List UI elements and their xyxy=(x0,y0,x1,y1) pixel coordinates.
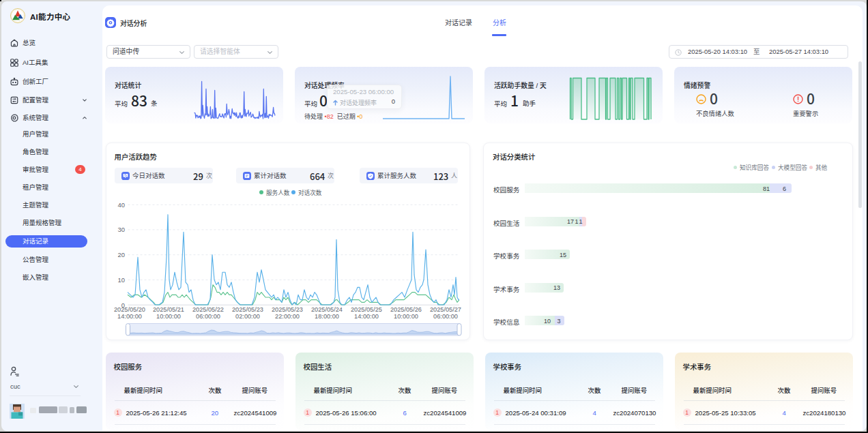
svg-text:02:00:00: 02:00:00 xyxy=(235,313,260,320)
svg-text:40: 40 xyxy=(118,201,125,209)
svg-text:14:00:00: 14:00:00 xyxy=(354,313,379,320)
svg-text:10:00:00: 10:00:00 xyxy=(394,313,418,320)
svg-text:22:00:00: 22:00:00 xyxy=(275,313,300,320)
svg-text:2025/05/23: 2025/05/23 xyxy=(272,306,303,313)
svg-text:06:00:00: 06:00:00 xyxy=(196,313,220,320)
svg-text:2025/05/27: 2025/05/27 xyxy=(430,306,461,313)
svg-text:2025/05/22: 2025/05/22 xyxy=(192,306,224,313)
svg-text:2025/05/26: 2025/05/26 xyxy=(390,306,422,313)
svg-text:2025/05/25: 2025/05/25 xyxy=(351,306,382,313)
svg-text:2025/05/23: 2025/05/23 xyxy=(232,306,263,313)
svg-text:10: 10 xyxy=(118,276,125,284)
svg-text:10:00:00: 10:00:00 xyxy=(156,313,181,320)
svg-text:2025/05/24: 2025/05/24 xyxy=(311,306,343,313)
svg-text:18:00:00: 18:00:00 xyxy=(315,313,339,320)
svg-text:2025/05/21: 2025/05/21 xyxy=(153,306,184,313)
svg-text:06:00:00: 06:00:00 xyxy=(433,313,458,320)
svg-text:30: 30 xyxy=(118,226,125,233)
svg-text:14:00:00: 14:00:00 xyxy=(117,313,142,320)
svg-text:2025/05/20: 2025/05/20 xyxy=(114,306,145,313)
svg-text:20: 20 xyxy=(118,251,125,258)
